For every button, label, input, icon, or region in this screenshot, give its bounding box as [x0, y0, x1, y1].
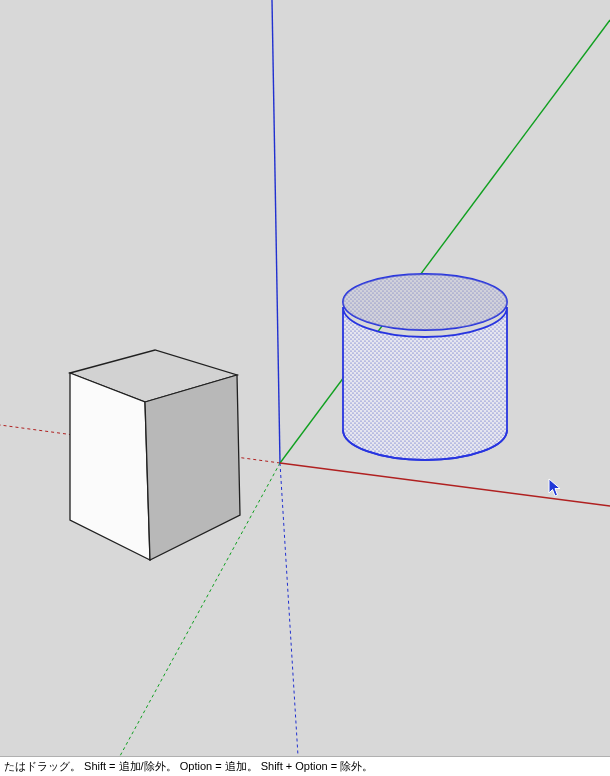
modeling-viewport[interactable] [0, 0, 610, 756]
svg-point-13 [343, 274, 507, 330]
svg-line-6 [272, 0, 280, 463]
svg-line-5 [280, 463, 298, 756]
unselected-cube[interactable] [70, 350, 240, 560]
svg-marker-10 [70, 373, 150, 560]
status-bar: たはドラッグ。 Shift = 追加/除外。 Option = 追加。 Shif… [0, 756, 610, 776]
status-hint-text: たはドラッグ。 Shift = 追加/除外。 Option = 追加。 Shif… [4, 760, 373, 772]
svg-line-8 [280, 463, 610, 506]
svg-marker-11 [145, 375, 240, 560]
selected-cylinder[interactable] [343, 274, 507, 460]
